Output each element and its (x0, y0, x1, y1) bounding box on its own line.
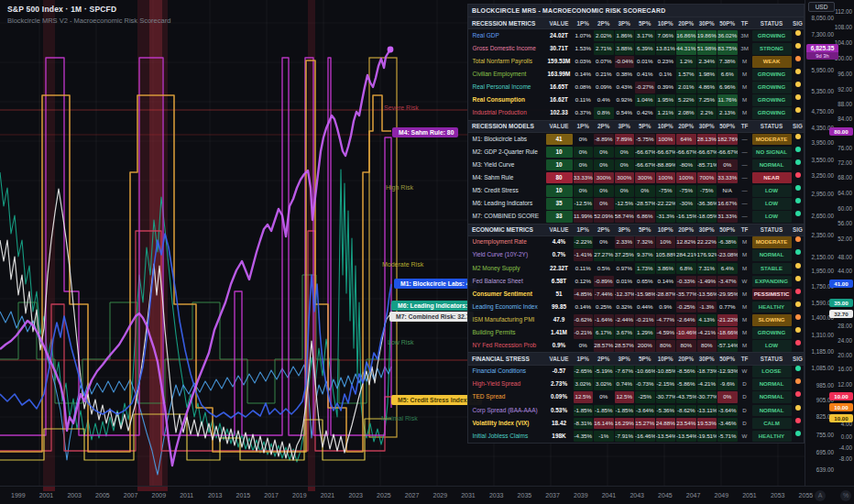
timeframe-cell: — (739, 134, 751, 146)
indicator-tick: 72.00 (838, 159, 852, 166)
pct-cell: 1.04% (635, 94, 655, 106)
pct-cell: 0.08% (574, 82, 594, 93)
pct-cell: 0% (615, 185, 635, 197)
axis-button[interactable]: A (815, 490, 826, 501)
pct-cell: -2.15% (656, 378, 676, 390)
indicator-tick: 12.00 (838, 381, 852, 388)
indicator-legend[interactable]: Blockcircle MRS V2 - Macroeconomic Risk … (7, 16, 170, 25)
indicator-tick: 112.00 (835, 8, 852, 15)
column-header: 30P% (696, 356, 717, 362)
column-header: VALUE (545, 356, 573, 362)
pct-cell: 23.54% (676, 418, 696, 430)
year-tick: 2043 (630, 492, 644, 499)
pct-cell: -4.21% (697, 327, 717, 339)
pct-cell: 16.14% (594, 418, 614, 430)
pct-cell: 100% (656, 134, 676, 146)
symbol-legend[interactable]: S&P 500 Index · 1M · SPCFD (7, 5, 170, 14)
tradingview-app: S&P 500 Index · 1M · SPCFD Blockcircle M… (0, 0, 854, 504)
metric-label: Total Nonfarm Payrolls (469, 56, 545, 68)
column-header: 50P% (717, 226, 739, 233)
metric-value: 41 (546, 134, 573, 146)
year-tick: 2051 (742, 492, 757, 499)
column-header: 30P% (696, 226, 717, 233)
pct-cell: 4.86% (697, 82, 717, 93)
table-row: M5: Credit Stress100%0%0%0%-75%-75%-75%N… (468, 184, 804, 197)
last-price-dot (388, 47, 394, 53)
metric-label: M7: COMBINED SCORE (469, 211, 545, 223)
axis-button[interactable]: % (840, 490, 851, 501)
timeframe-cell: M (739, 236, 751, 248)
pct-cell: 300% (635, 172, 655, 184)
year-tick: 2055 (799, 492, 814, 499)
year-tick: 2041 (602, 492, 617, 499)
pct-cell: -1.49% (697, 276, 717, 288)
pct-cell: -15.98% (635, 289, 655, 301)
metric-value: 6.58T (546, 276, 573, 288)
signal-dot (793, 366, 804, 378)
signal-dot (793, 185, 804, 197)
timeframe-cell: D (739, 378, 751, 390)
pct-cell: -10.46% (676, 327, 696, 339)
price-axis[interactable]: USD 6,825.35 9d 3h 8,050.007,300.005,950… (805, 0, 854, 486)
pct-cell: 2.2% (697, 107, 717, 119)
indicator-tick: 52.00 (838, 236, 852, 242)
pct-cell: 0.14% (656, 276, 676, 288)
pct-cell: 0.01% (635, 56, 655, 68)
pct-cell: 0.25% (594, 301, 614, 313)
table-row: Fed Balance Sheet6.58T0.12%-0.89%0.01%0.… (468, 275, 804, 288)
indicator-tick: 88.00 (838, 101, 852, 107)
pct-cell: 3.67% (615, 327, 635, 339)
pct-cell: 3.86% (656, 263, 676, 275)
section-name: RECESSION METRICS (468, 20, 545, 27)
timeframe-cell: — (739, 185, 751, 197)
recession-axis-mark (137, 487, 168, 491)
pct-cell: 7.38% (717, 56, 738, 68)
pct-cell: 80% (656, 340, 676, 352)
metric-label: Civilian Employment (469, 69, 545, 81)
pct-cell: 0.43% (615, 82, 635, 93)
pct-cell: 6.8% (676, 263, 696, 275)
pct-cell: 0.03% (574, 56, 594, 68)
indicator-tick: 60.00 (838, 205, 852, 212)
pct-cell: 16.86% (676, 30, 696, 42)
status-badge: STRONG (752, 43, 792, 55)
pct-cell: -10.85% (656, 366, 676, 378)
table-row: Unemployment Rate4.4%-2.22%0%2.33%7.32%1… (468, 236, 804, 249)
metric-value: -0.57 (546, 366, 573, 378)
pct-cell: 0.37% (574, 107, 594, 119)
timeframe-cell: W (739, 276, 751, 288)
column-header: 1P% (573, 20, 594, 27)
indicator-badge: M1: Blockcircle Labs: 41 (394, 279, 477, 289)
column-header: 50P% (717, 20, 739, 27)
status-badge: MODERATE (752, 134, 792, 146)
time-axis[interactable]: 1999200120032005200720092011201320152017… (0, 486, 854, 504)
column-header: 50P% (717, 123, 739, 129)
year-tick: 2009 (152, 492, 167, 499)
pct-cell: 6.39% (635, 43, 655, 55)
price-tick: 5,350.00 (811, 88, 834, 94)
signal-dot (793, 249, 804, 261)
column-header: 5P% (635, 356, 656, 362)
pct-cell: -0.73% (635, 378, 655, 390)
year-tick: 2023 (348, 492, 363, 499)
price-tick: 2,350.00 (811, 232, 834, 238)
status-badge: PESSIMISTIC (752, 289, 792, 301)
pct-cell: -31.3% (656, 211, 676, 223)
price-tick: 8,050.00 (811, 15, 834, 21)
metric-label: Corp Spread (BAA-AAA) (469, 405, 545, 417)
column-header: 20P% (676, 20, 697, 27)
indicator-tick: 16.00 (838, 366, 852, 372)
pct-cell: -13.11% (697, 405, 717, 417)
status-badge: GROWING (752, 69, 792, 81)
currency-button[interactable]: USD (808, 2, 835, 12)
pct-cell: -7.44% (594, 289, 614, 301)
table-row: Total Nonfarm Payrolls159.53M0.03%0.07%-… (468, 55, 804, 68)
metric-label: ISM Manufacturing PMI (469, 314, 545, 326)
pct-cell: -4.35% (574, 431, 594, 443)
column-header: TF (738, 123, 751, 129)
pct-cell: 4.13% (697, 314, 717, 326)
status-badge: NORMAL (752, 391, 792, 403)
pct-cell: 9.37% (635, 249, 655, 261)
axis-value-badge: 10.00 (829, 403, 853, 411)
pct-cell: 1.95% (656, 94, 676, 106)
